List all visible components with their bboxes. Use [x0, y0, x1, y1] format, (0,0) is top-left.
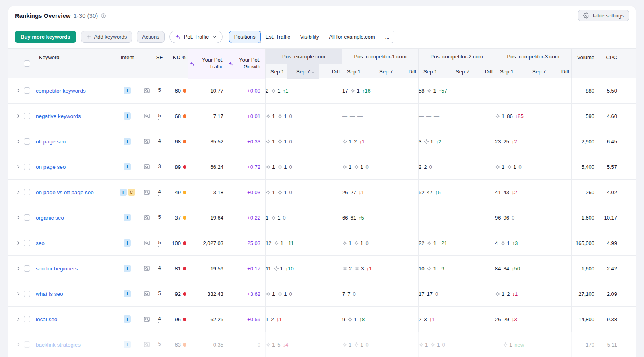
subcolumn-sep7[interactable]: Sep 7 — [440, 64, 472, 79]
subcolumn-sep1[interactable]: Sep 1 — [266, 64, 287, 79]
subcolumn-sep7[interactable]: Sep 7 — [363, 64, 395, 79]
sf-cell: 5 — [154, 332, 165, 357]
position-value: 1 — [354, 316, 357, 322]
serp-features-count[interactable]: 5 — [158, 290, 161, 297]
column-header-pot-traffic[interactable]: Your Pot. Traffic — [188, 49, 228, 79]
subcolumn-diff[interactable]: Diff — [319, 64, 342, 79]
serp-preview-icon[interactable] — [144, 164, 150, 170]
diff-zero: 0 — [365, 240, 368, 246]
buy-more-keywords-button[interactable]: Buy more keywords — [15, 31, 76, 43]
info-icon[interactable] — [101, 13, 106, 19]
column-header-kd[interactable]: KD % — [165, 49, 188, 79]
kd-difficulty-dot — [183, 89, 186, 93]
serp-features-count[interactable]: 5 — [158, 214, 161, 221]
table-settings-button[interactable]: Table settings — [578, 10, 630, 21]
expand-row-button[interactable] — [13, 129, 24, 154]
row-checkbox[interactable] — [24, 164, 30, 170]
keyword-link[interactable]: on page seo — [36, 164, 66, 170]
expand-row-button[interactable] — [13, 78, 24, 103]
column-header-pot-growth[interactable]: Your Pot. Growth — [228, 49, 265, 79]
sf-cell: 5 — [154, 205, 165, 230]
actions-button[interactable]: Actions — [137, 31, 165, 43]
keyword-link[interactable]: local seo — [36, 316, 57, 322]
column-header-sf[interactable]: SF — [154, 49, 165, 79]
serp-preview-icon[interactable] — [144, 291, 150, 297]
diff-up: ↑21 — [439, 240, 447, 246]
serp-preview-icon[interactable] — [144, 316, 150, 322]
serp-preview-icon[interactable] — [144, 113, 150, 119]
serp-preview-icon[interactable] — [144, 341, 150, 348]
expand-row-button[interactable] — [13, 205, 24, 230]
serp-preview-icon[interactable] — [144, 189, 150, 195]
column-header-intent[interactable]: Intent — [116, 49, 138, 79]
serp-features-count[interactable]: 5 — [158, 341, 161, 348]
expand-row-button[interactable] — [13, 281, 24, 306]
serp-preview-icon[interactable] — [144, 87, 150, 94]
tab-positions[interactable]: Positions — [229, 31, 261, 43]
serp-features-count[interactable]: 4 — [158, 315, 161, 322]
row-checkbox[interactable] — [24, 189, 30, 195]
expand-row-button[interactable] — [13, 104, 24, 129]
row-checkbox[interactable] — [24, 291, 30, 297]
row-checkbox[interactable] — [24, 138, 30, 145]
row-checkbox[interactable] — [24, 341, 30, 348]
column-header-cpc[interactable]: CPC — [603, 49, 636, 79]
subcolumn-diff[interactable]: Diff — [472, 64, 495, 79]
subcolumn-sep1[interactable]: Sep 1 — [495, 64, 516, 79]
cpc-cell: 5.11 — [603, 332, 636, 357]
keyword-link[interactable]: organic seo — [36, 215, 64, 221]
row-checkbox[interactable] — [24, 240, 30, 246]
table-row: organic seoI53719.64+0.221106661↑5———969… — [8, 205, 636, 230]
keyword-link[interactable]: what is seo — [36, 291, 63, 297]
serp-preview-icon[interactable] — [144, 214, 150, 221]
subcolumn-sep7[interactable]: Sep 7 — [516, 64, 548, 79]
expand-row-button[interactable] — [13, 230, 24, 255]
subcolumn-diff[interactable]: Diff — [548, 64, 572, 79]
serp-features-count[interactable]: 4 — [158, 265, 161, 272]
subcolumn-diff[interactable]: Diff — [395, 64, 419, 79]
expand-row-button[interactable] — [13, 332, 24, 357]
row-checkbox[interactable] — [24, 316, 30, 322]
serp-preview-icon[interactable] — [144, 265, 150, 272]
tab-more[interactable]: ... — [380, 31, 395, 43]
serp-features-count[interactable]: 5 — [158, 87, 161, 94]
select-all-checkbox[interactable] — [24, 60, 30, 67]
row-checkbox[interactable] — [24, 214, 30, 221]
keyword-link[interactable]: seo — [36, 240, 45, 246]
add-keywords-button[interactable]: Add keywords — [81, 31, 132, 43]
expand-row-button[interactable] — [13, 307, 24, 332]
tab-visibility[interactable]: Visibility — [295, 31, 324, 43]
subcolumn-sep1[interactable]: Sep 1 — [419, 64, 440, 79]
kd-value: 81 — [175, 266, 181, 272]
expand-row-button[interactable] — [13, 154, 24, 179]
serp-preview-icon[interactable] — [144, 240, 150, 246]
expand-row-button[interactable] — [13, 256, 24, 281]
keyword-link[interactable]: backlink strategies — [36, 342, 80, 348]
serp-features-count[interactable]: 5 — [158, 112, 161, 119]
keyword-link[interactable]: off page seo — [36, 139, 66, 145]
row-checkbox[interactable] — [24, 265, 30, 272]
tab-est-traffic[interactable]: Est. Traffic — [260, 31, 295, 43]
row-checkbox[interactable] — [24, 113, 30, 119]
position-value: 17 — [427, 291, 432, 297]
metric-dropdown[interactable]: Pot. Traffic — [169, 31, 223, 43]
tab-all-for-example-com[interactable]: All for example.com — [324, 31, 380, 43]
keyword-link[interactable]: on page vs off page seo — [36, 189, 94, 195]
expand-row-button[interactable] — [13, 180, 24, 205]
subcolumn-sep7[interactable]: Sep 7 — [287, 64, 319, 79]
row-checkbox[interactable] — [24, 87, 30, 94]
position-value: 1 — [266, 316, 268, 322]
serp-features-count[interactable]: 5 — [158, 239, 161, 246]
column-header-keyword[interactable]: Keyword — [36, 49, 116, 79]
subcolumn-sep1[interactable]: Sep 1 — [342, 64, 363, 79]
keyword-link[interactable]: negative keywords — [36, 113, 81, 119]
serp-features-count[interactable]: 4 — [158, 189, 161, 195]
column-header-volume[interactable]: Volume — [571, 49, 603, 79]
keyword-link[interactable]: competitor keywords — [36, 88, 86, 94]
serp-features-count[interactable]: 3 — [158, 163, 161, 170]
table-settings-label: Table settings — [592, 12, 624, 19]
serp-features-count[interactable]: 4 — [158, 138, 161, 145]
keyword-link[interactable]: seo for beginners — [36, 266, 78, 272]
row-checkbox-cell — [24, 307, 36, 332]
serp-preview-icon[interactable] — [144, 138, 150, 145]
